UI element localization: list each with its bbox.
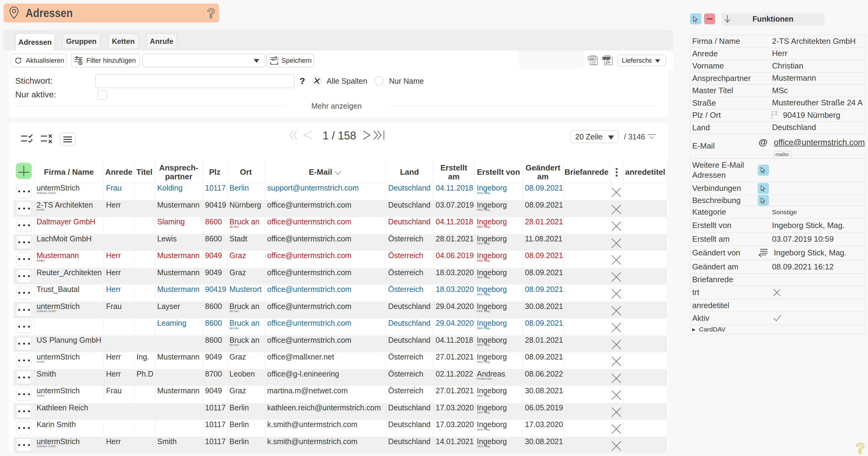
svg-text:?: ? [856, 440, 865, 456]
svg-text:csv: csv [590, 57, 595, 60]
svg-text:?: ? [207, 6, 215, 21]
